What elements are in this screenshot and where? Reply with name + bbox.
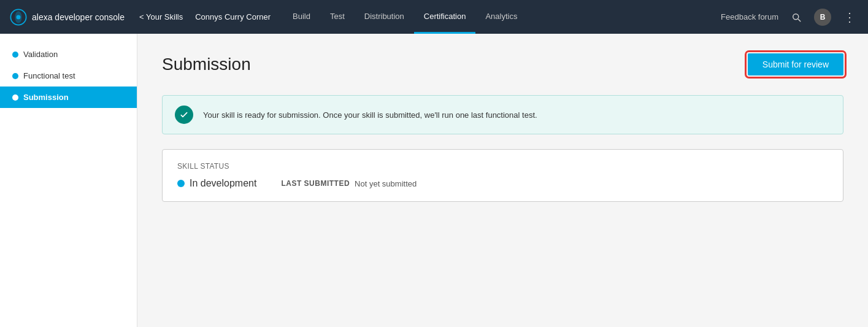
page-header: Submission Submit for review [162, 53, 843, 75]
tab-test[interactable]: Test [320, 0, 355, 34]
sidebar-item-submission[interactable]: Submission [0, 87, 137, 108]
brand-logo: alexa developer console [10, 9, 125, 26]
brand-title: alexa developer console [32, 12, 125, 22]
sidebar-item-validation[interactable]: Validation [0, 44, 137, 65]
submission-dot [12, 94, 18, 101]
submit-for-review-button[interactable]: Submit for review [748, 53, 843, 75]
alexa-icon [10, 9, 27, 26]
skill-status-card: Skill Status In development LAST SUBMITT… [162, 149, 843, 202]
last-submitted-label: LAST SUBMITTED [281, 179, 350, 188]
page-title: Submission [162, 55, 251, 74]
skill-name: Connys Curry Corner [195, 12, 271, 21]
tab-analytics[interactable]: Analytics [475, 0, 527, 34]
status-text: In development [190, 178, 256, 189]
status-row: In development LAST SUBMITTED Not yet su… [177, 178, 828, 189]
main-layout: Validation Functional test Submission Su… [0, 34, 868, 327]
sidebar-item-functional-test-label: Functional test [23, 71, 75, 80]
nav-tabs: Build Test Distribution Certification An… [283, 0, 527, 34]
sidebar-item-functional-test[interactable]: Functional test [0, 65, 137, 87]
main-content: Submission Submit for review Your skill … [137, 34, 868, 327]
nav-right: Feedback forum B ⋮ [721, 9, 858, 26]
last-submitted-value: Not yet submitted [355, 179, 417, 188]
user-avatar[interactable]: B [814, 9, 831, 26]
status-indicator: In development [177, 178, 256, 189]
tab-build[interactable]: Build [283, 0, 320, 34]
sidebar-item-validation-label: Validation [23, 50, 58, 59]
alert-message: Your skill is ready for submission. Once… [203, 110, 537, 120]
svg-point-2 [17, 15, 21, 19]
search-button[interactable] [788, 9, 804, 25]
ready-alert-banner: Your skill is ready for submission. Once… [162, 95, 843, 134]
tab-distribution[interactable]: Distribution [355, 0, 414, 34]
status-dot [177, 180, 185, 187]
search-icon [791, 12, 802, 23]
more-icon: ⋮ [843, 11, 856, 23]
last-submitted: LAST SUBMITTED Not yet submitted [281, 179, 417, 188]
back-to-skills[interactable]: < Your Skills [139, 12, 183, 21]
checkmark-icon [179, 110, 189, 120]
skill-status-section-label: Skill Status [177, 162, 828, 171]
sidebar: Validation Functional test Submission [0, 34, 137, 327]
feedback-forum-link[interactable]: Feedback forum [721, 12, 778, 21]
tab-certification[interactable]: Certification [414, 0, 476, 34]
sidebar-item-submission-label: Submission [23, 93, 69, 102]
functional-test-dot [12, 73, 18, 79]
more-menu-button[interactable]: ⋮ [841, 9, 858, 26]
top-nav: alexa developer console < Your Skills Co… [0, 0, 868, 34]
check-icon [175, 106, 193, 124]
validation-dot [12, 52, 18, 58]
